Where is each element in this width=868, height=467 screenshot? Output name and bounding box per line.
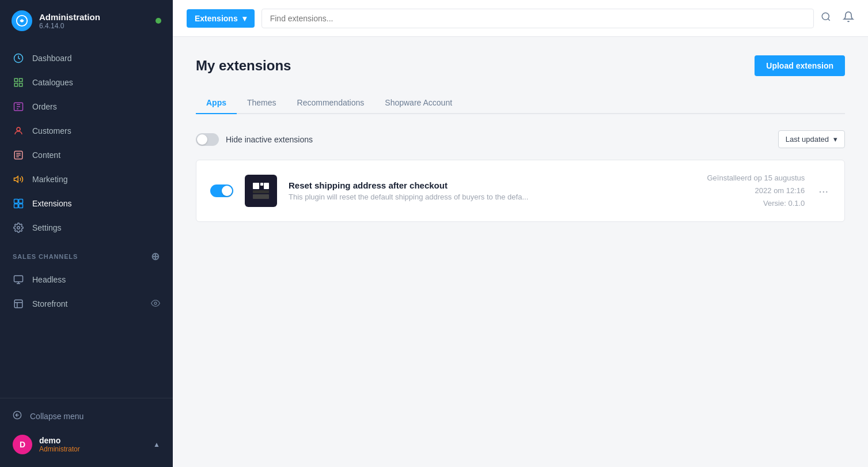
sidebar-item-storefront[interactable]: Storefront xyxy=(0,292,173,316)
headless-icon xyxy=(13,274,24,285)
sidebar-item-label: Storefront xyxy=(32,299,67,308)
add-sales-channel-icon[interactable]: ⊕ xyxy=(151,250,160,263)
sort-label: Last updated xyxy=(786,135,829,144)
search-icon[interactable] xyxy=(821,12,831,25)
svg-rect-18 xyxy=(14,204,18,208)
content-icon xyxy=(13,149,24,161)
customers-icon xyxy=(13,125,24,137)
svg-rect-2 xyxy=(14,78,17,81)
extensions-btn-label: Extensions xyxy=(195,14,238,23)
svg-rect-34 xyxy=(260,183,263,186)
settings-icon xyxy=(13,222,24,233)
extension-toggle-wrap xyxy=(210,184,233,197)
tab-apps[interactable]: Apps xyxy=(196,92,237,114)
svg-rect-37 xyxy=(253,194,269,199)
filter-row: Hide inactive extensions Last updated ▾ xyxy=(196,130,845,148)
svg-rect-16 xyxy=(14,199,18,204)
topbar: Extensions ▾ xyxy=(173,0,868,37)
sidebar-item-customers[interactable]: Customers xyxy=(0,119,173,143)
sidebar-item-settings[interactable]: Settings xyxy=(0,216,173,240)
chevron-down-icon: ▾ xyxy=(242,14,247,23)
svg-marker-15 xyxy=(14,176,18,183)
svg-line-31 xyxy=(828,18,829,20)
eye-icon[interactable] xyxy=(151,299,160,310)
sidebar-item-marketing[interactable]: Marketing xyxy=(0,167,173,191)
extensions-list: Reset shipping address after checkout Th… xyxy=(196,160,845,222)
extension-meta: Geïnstalleerd op 15 augustus 2022 om 12:… xyxy=(707,172,805,210)
sidebar-item-dashboard[interactable]: Dashboard xyxy=(0,46,173,70)
svg-rect-24 xyxy=(14,300,22,308)
tab-recommendations[interactable]: Recommendations xyxy=(287,92,375,114)
extension-toggle[interactable] xyxy=(210,184,233,197)
search-input[interactable] xyxy=(261,9,814,28)
orders-icon xyxy=(13,101,24,112)
svg-rect-21 xyxy=(14,276,23,282)
sidebar-item-orders[interactable]: Orders xyxy=(0,95,173,119)
sidebar-item-content[interactable]: Content xyxy=(0,143,173,167)
sidebar-item-label: Catalogues xyxy=(32,78,73,87)
sidebar-item-label: Extensions xyxy=(32,199,71,208)
extensions-icon xyxy=(13,198,24,209)
sidebar-item-label: Dashboard xyxy=(32,54,72,63)
sidebar-nav: Dashboard Catalogues Orders Customers Co… xyxy=(0,42,173,398)
hide-inactive-toggle[interactable] xyxy=(196,133,219,146)
extension-icon xyxy=(245,175,277,207)
svg-rect-35 xyxy=(264,183,269,189)
collapse-menu-button[interactable]: Collapse menu xyxy=(0,404,173,428)
sidebar-item-headless[interactable]: Headless xyxy=(0,268,173,292)
svg-point-30 xyxy=(822,13,829,20)
svg-point-10 xyxy=(17,127,20,131)
collapse-label: Collapse menu xyxy=(30,412,84,421)
svg-rect-5 xyxy=(20,84,22,86)
sales-channels-section: Sales Channels ⊕ xyxy=(0,240,173,268)
extension-installed-text: Geïnstalleerd op 15 augustus xyxy=(707,172,805,184)
sidebar-item-label: Marketing xyxy=(32,175,67,184)
main-content: Extensions ▾ My extensions Upload extens… xyxy=(173,0,868,467)
page-title: My extensions xyxy=(196,58,291,74)
sidebar-item-label: Headless xyxy=(32,275,66,284)
svg-rect-33 xyxy=(253,183,259,189)
brand-version: 6.4.14.0 xyxy=(39,22,100,30)
extension-name: Reset shipping address after checkout xyxy=(289,180,695,190)
extension-version: Versie: 0.1.0 xyxy=(707,197,805,210)
sidebar-item-label: Settings xyxy=(32,223,62,232)
notifications-icon[interactable] xyxy=(843,11,854,25)
user-menu[interactable]: D demo Administrator ▲ xyxy=(0,428,173,461)
collapse-icon xyxy=(13,410,22,421)
tab-shopware-account[interactable]: Shopware Account xyxy=(374,92,463,114)
user-role: Administrator xyxy=(39,445,146,453)
sales-channels-label: Sales Channels xyxy=(13,253,78,260)
sidebar-item-extensions[interactable]: Extensions xyxy=(0,191,173,216)
upload-extension-button[interactable]: Upload extension xyxy=(755,55,845,76)
sidebar-item-catalogues[interactable]: Catalogues xyxy=(0,70,173,95)
sidebar-logo xyxy=(12,10,32,31)
sort-chevron-icon: ▾ xyxy=(833,135,837,144)
extension-card: Reset shipping address after checkout Th… xyxy=(196,160,845,222)
tabs: Apps Themes Recommendations Shopware Acc… xyxy=(196,92,845,114)
avatar: D xyxy=(13,435,32,454)
status-dot xyxy=(156,18,161,24)
marketing-icon xyxy=(13,174,24,185)
hide-inactive-wrap: Hide inactive extensions xyxy=(196,133,313,146)
svg-rect-17 xyxy=(19,199,23,204)
extension-installed-date: 2022 om 12:16 xyxy=(707,184,805,197)
catalogues-icon xyxy=(13,77,24,88)
svg-rect-3 xyxy=(20,78,22,81)
dashboard-icon xyxy=(13,52,24,64)
user-info: demo Administrator xyxy=(39,436,146,453)
sidebar-item-label: Content xyxy=(32,150,60,160)
extension-context-menu[interactable]: ··· xyxy=(816,184,831,198)
tab-themes[interactable]: Themes xyxy=(237,92,287,114)
sidebar: Administration 6.4.14.0 Dashboard Catalo… xyxy=(0,0,173,467)
svg-point-27 xyxy=(154,302,157,304)
sort-dropdown[interactable]: Last updated ▾ xyxy=(778,130,845,148)
svg-rect-4 xyxy=(14,84,17,86)
extension-info: Reset shipping address after checkout Th… xyxy=(289,180,695,201)
user-name: demo xyxy=(39,436,146,445)
page-content: My extensions Upload extension Apps Them… xyxy=(173,37,868,467)
sidebar-brand: Administration 6.4.14.0 xyxy=(39,12,100,30)
svg-rect-19 xyxy=(19,204,23,208)
user-chevron-icon: ▲ xyxy=(153,440,160,449)
extensions-filter-button[interactable]: Extensions ▾ xyxy=(187,9,255,28)
toggle-knob xyxy=(197,134,207,145)
